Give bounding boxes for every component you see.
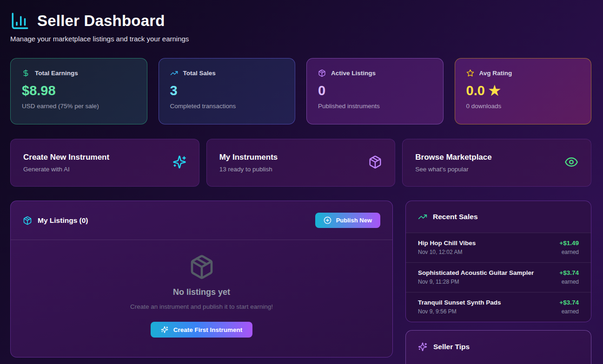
sale-date: Nov 9, 9:56 PM: [418, 308, 501, 315]
seller-dashboard-page: Seller Dashboard Manage your marketplace…: [0, 0, 603, 364]
trending-up-icon: [418, 212, 427, 221]
star-icon: [466, 69, 474, 77]
sparkles-icon: [418, 342, 427, 351]
stat-label: Avg Rating: [479, 70, 512, 77]
seller-tips-panel: Seller Tips: [405, 330, 591, 364]
sale-earned-label: earned: [559, 308, 579, 315]
create-first-instrument-button[interactable]: Create First Instrument: [151, 322, 253, 338]
page-header: Seller Dashboard: [10, 11, 591, 31]
stat-subtext: 0 downloads: [466, 103, 580, 110]
listings-empty-state: No listings yet Create an instrument and…: [11, 240, 392, 357]
stat-value: 3: [170, 84, 284, 98]
dollar-icon: [22, 69, 30, 77]
stat-value: 0.0 ★: [466, 84, 580, 98]
stat-label: Total Sales: [183, 70, 216, 77]
package-icon: [189, 273, 215, 281]
create-new-instrument-card[interactable]: Create New Instrument Generate with AI: [10, 139, 199, 187]
stat-subtext: Completed transactions: [170, 103, 284, 110]
page-subtitle: Manage your marketplace listings and tra…: [10, 35, 591, 43]
sale-amount: +$1.49: [559, 240, 579, 247]
action-title: Browse Marketplace: [415, 153, 491, 162]
stat-card-total-earnings: Total Earnings $8.98 USD earned (75% per…: [10, 58, 147, 124]
sparkles-icon: [172, 155, 186, 171]
sparkles-icon: [161, 326, 168, 333]
right-column: Recent Sales Hip Hop Chill Vibes Nov 10,…: [405, 201, 591, 364]
sale-row[interactable]: Sophisticated Acoustic Guitar Sampler No…: [406, 262, 591, 292]
sale-date: Nov 10, 12:02 AM: [418, 249, 476, 255]
seller-tips-title: Seller Tips: [433, 343, 470, 351]
action-title: My Instruments: [219, 153, 278, 162]
action-subtitle: 13 ready to publish: [219, 166, 278, 173]
stat-subtext: Published instruments: [318, 103, 432, 110]
sale-date: Nov 9, 11:28 PM: [418, 279, 534, 285]
stat-card-active-listings: Active Listings 0 Published instruments: [306, 58, 444, 124]
trending-up-icon: [170, 69, 178, 77]
sale-name: Sophisticated Acoustic Guitar Sampler: [418, 269, 534, 276]
package-icon: [23, 216, 32, 225]
empty-state-message: Create an instrument and publish it to s…: [20, 303, 383, 310]
stat-card-avg-rating: Avg Rating 0.0 ★ 0 downloads: [455, 58, 592, 124]
sale-earned-label: earned: [559, 279, 579, 285]
eye-icon: [564, 155, 578, 171]
sale-row[interactable]: Hip Hop Chill Vibes Nov 10, 12:02 AM +$1…: [406, 233, 591, 262]
sale-earned-label: earned: [559, 249, 579, 255]
recent-sales-title: Recent Sales: [433, 213, 478, 221]
sale-amount: +$3.74: [559, 299, 579, 306]
stat-label: Total Earnings: [35, 70, 78, 77]
bar-chart-icon: [10, 11, 30, 31]
my-instruments-card[interactable]: My Instruments 13 ready to publish: [206, 139, 396, 187]
stats-row: Total Earnings $8.98 USD earned (75% per…: [10, 58, 591, 124]
sale-row[interactable]: Tranquil Sunset Synth Pads Nov 9, 9:56 P…: [406, 292, 591, 322]
stat-label: Active Listings: [331, 70, 376, 77]
browse-marketplace-card[interactable]: Browse Marketplace See what's popular: [402, 139, 591, 187]
sale-amount: +$3.74: [559, 269, 579, 276]
stat-value: $8.98: [22, 84, 136, 98]
plus-circle-icon: [324, 216, 331, 224]
page-title: Seller Dashboard: [37, 12, 165, 30]
action-subtitle: Generate with AI: [23, 166, 109, 173]
stat-value: 0: [318, 84, 432, 98]
action-title: Create New Instrument: [23, 153, 109, 162]
recent-sales-panel: Recent Sales Hip Hop Chill Vibes Nov 10,…: [405, 201, 591, 322]
package-icon: [318, 69, 326, 77]
empty-state-title: No listings yet: [20, 287, 383, 297]
my-listings-title: My Listings (0): [38, 216, 88, 225]
package-icon: [368, 155, 382, 171]
main-content: My Listings (0) Publish New No listings …: [10, 201, 591, 364]
my-listings-panel: My Listings (0) Publish New No listings …: [10, 201, 393, 358]
action-subtitle: See what's popular: [415, 166, 491, 173]
publish-new-button[interactable]: Publish New: [315, 213, 380, 228]
stat-subtext: USD earned (75% per sale): [22, 103, 136, 110]
quick-actions-row: Create New Instrument Generate with AI M…: [10, 139, 591, 187]
stat-card-total-sales: Total Sales 3 Completed transactions: [159, 58, 296, 124]
sale-name: Hip Hop Chill Vibes: [418, 240, 476, 247]
sale-name: Tranquil Sunset Synth Pads: [418, 299, 501, 306]
